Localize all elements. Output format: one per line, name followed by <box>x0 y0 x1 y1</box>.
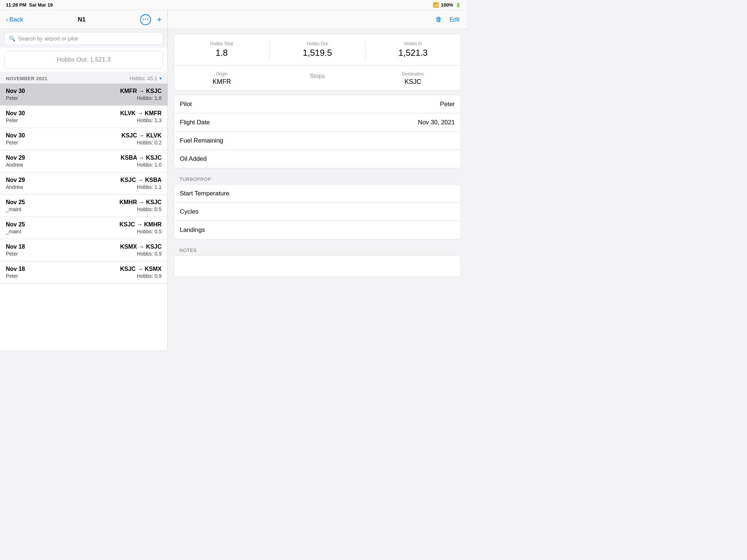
flight-left: Nov 29 Andrew <box>6 177 25 190</box>
flight-pilot: Peter <box>6 273 25 279</box>
info-val: Peter <box>440 101 455 108</box>
flight-route: KSBA → KSJC <box>121 155 162 161</box>
flight-hobbs: Hobbs: 1.0 <box>121 162 162 168</box>
hobbs-in-cell: Hobbs In 1,521.3 <box>365 38 461 61</box>
origin-value: KMFR <box>180 78 264 86</box>
section-hobbs[interactable]: Hobbs: 45.1 ▾ <box>130 75 162 81</box>
flight-right: KSBA → KSJC Hobbs: 1.0 <box>121 155 162 168</box>
hobbs-out-label: Hobbs Out <box>275 41 359 46</box>
flight-list-item[interactable]: Nov 30 Peter KLVK → KMFR Hobbs: 1.3 <box>0 106 167 128</box>
hobbs-out-banner: Hobbs Out: 1,521.3 <box>4 51 163 69</box>
hobbs-detail-card: Hobbs Total 1.8 Hobbs Out 1,519.5 Hobbs … <box>174 34 461 90</box>
flight-left: Nov 18 Peter <box>6 244 25 257</box>
info-key: Fuel Remaining <box>180 137 223 144</box>
right-nav: 🗑 Edit <box>168 10 467 29</box>
flight-right: KLVK → KMFR Hobbs: 1.3 <box>120 110 162 123</box>
edit-button[interactable]: Edit <box>449 16 460 23</box>
flight-right: KSJC → KSMX Hobbs: 0.9 <box>120 266 162 279</box>
flight-list-item[interactable]: Nov 18 Peter KSMX → KSJC Hobbs: 0.9 <box>0 239 167 261</box>
notes-card <box>174 255 461 277</box>
flight-list-item[interactable]: Nov 25 _maint KMHR → KSJC Hobbs: 0.5 <box>0 195 167 217</box>
info-row: Flight Date Nov 30, 2021 <box>174 113 461 132</box>
back-button[interactable]: ‹ Back <box>6 16 23 23</box>
info-row: Oil Added <box>174 150 461 168</box>
stops-cell: Stops <box>270 70 365 87</box>
section-header: NOVEMBER 2021 Hobbs: 45.1 ▾ <box>0 72 167 83</box>
flight-pilot: Andrew <box>6 184 25 190</box>
flight-left: Nov 18 Peter <box>6 266 25 279</box>
flight-list-item[interactable]: Nov 29 Andrew KSBA → KSJC Hobbs: 1.0 <box>0 150 167 172</box>
flight-right: KMHR → KSJC Hobbs: 0.5 <box>119 199 162 212</box>
search-input-container[interactable]: 🔍 Search by airport or pilot <box>4 32 163 45</box>
flight-list-item[interactable]: Nov 29 Andrew KSJC → KSBA Hobbs: 1.1 <box>0 172 167 195</box>
flight-hobbs: Hobbs: 1.3 <box>120 117 162 123</box>
add-button[interactable]: + <box>157 15 162 24</box>
info-row: Fuel Remaining <box>174 132 461 150</box>
flight-left: Nov 29 Andrew <box>6 155 25 168</box>
turboprop-row: Landings <box>174 221 461 239</box>
flight-list-item[interactable]: Nov 30 Peter KSJC → KLVK Hobbs: 0.2 <box>0 128 167 150</box>
hobbs-out-cell: Hobbs Out 1,519.5 <box>270 38 365 61</box>
flight-route: KSJC → KSBA <box>120 177 162 183</box>
search-icon: 🔍 <box>9 36 15 42</box>
flight-left: Nov 25 _maint <box>6 199 25 212</box>
flight-route: KLVK → KMFR <box>120 110 162 117</box>
right-panel: 🗑 Edit Hobbs Total 1.8 Hobbs Out 1,519.5… <box>168 10 467 350</box>
section-title: NOVEMBER 2021 <box>6 76 47 81</box>
flight-list-item[interactable]: Nov 25 _maint KSJC → KMHR Hobbs: 0.5 <box>0 217 167 239</box>
turboprop-key: Cycles <box>180 208 198 215</box>
info-val: Nov 30, 2021 <box>418 119 455 126</box>
flight-route: KSJC → KSMX <box>120 266 162 272</box>
flight-pilot: Peter <box>6 95 25 101</box>
turboprop-label: TURBOPROP <box>168 173 467 184</box>
flight-route: KMHR → KSJC <box>119 199 162 206</box>
flight-date: Nov 30 <box>6 110 25 117</box>
flight-hobbs: Hobbs: 1.8 <box>120 95 162 101</box>
battery-percentage: 100% <box>441 2 453 8</box>
flight-route: KSJC → KMHR <box>119 221 162 228</box>
flight-list-item[interactable]: Nov 30 Peter KMFR → KSJC Hobbs: 1.8 <box>0 83 167 106</box>
hobbs-in-label: Hobbs In <box>371 41 455 46</box>
origin-label: Origin <box>180 71 264 77</box>
trash-icon: 🗑 <box>436 16 442 23</box>
search-bar: 🔍 Search by airport or pilot <box>0 29 167 48</box>
flight-date: Nov 25 <box>6 221 25 228</box>
route-row: Origin KMFR Stops Destination KSJC <box>174 66 461 90</box>
flight-hobbs: Hobbs: 1.1 <box>120 184 162 190</box>
info-key: Flight Date <box>180 119 210 126</box>
search-placeholder: Search by airport or pilot <box>18 35 78 42</box>
turboprop-key: Landings <box>180 226 205 234</box>
info-row: Pilot Peter <box>174 95 461 113</box>
flight-hobbs: Hobbs: 0.2 <box>121 140 162 145</box>
flight-left: Nov 30 Peter <box>6 132 25 145</box>
flight-right: KSJC → KSBA Hobbs: 1.1 <box>120 177 162 190</box>
flight-left: Nov 30 Peter <box>6 88 25 101</box>
nav-title: N1 <box>78 16 86 23</box>
delete-button[interactable]: 🗑 <box>436 16 442 23</box>
chevron-down-icon: ▾ <box>159 76 162 81</box>
flight-hobbs: Hobbs: 0.5 <box>119 229 162 234</box>
flight-right: KSJC → KMHR Hobbs: 0.5 <box>119 221 162 234</box>
notes-label: NOTES <box>168 244 467 255</box>
flight-list-item[interactable]: Nov 18 Peter KSJC → KSMX Hobbs: 0.9 <box>0 261 167 284</box>
flight-route: KSMX → KSJC <box>120 244 162 250</box>
flight-date: Nov 18 <box>6 244 25 250</box>
chevron-left-icon: ‹ <box>6 16 8 23</box>
info-card: Pilot Peter Flight Date Nov 30, 2021 Fue… <box>174 95 461 168</box>
flight-pilot: Andrew <box>6 162 25 168</box>
flight-right: KMFR → KSJC Hobbs: 1.8 <box>120 88 162 101</box>
flight-left: Nov 25 _maint <box>6 221 25 234</box>
flight-hobbs: Hobbs: 0.9 <box>120 273 162 279</box>
wifi-icon: 📶 <box>433 2 439 8</box>
flight-hobbs: Hobbs: 0.5 <box>119 206 162 212</box>
flight-route: KSJC → KLVK <box>121 132 162 139</box>
more-button[interactable]: ··· <box>140 14 151 25</box>
hobbs-out-value: 1,519.5 <box>275 48 359 58</box>
destination-label: Destination <box>371 71 455 77</box>
origin-cell: Origin KMFR <box>174 70 270 87</box>
stops-value: Stops <box>275 73 359 79</box>
status-time: 11:28 PM Sat Mar 19 <box>6 2 53 8</box>
turboprop-card: Start Temperature Cycles Landings <box>174 184 461 240</box>
turboprop-row: Start Temperature <box>174 184 461 203</box>
flight-date: Nov 18 <box>6 266 25 272</box>
